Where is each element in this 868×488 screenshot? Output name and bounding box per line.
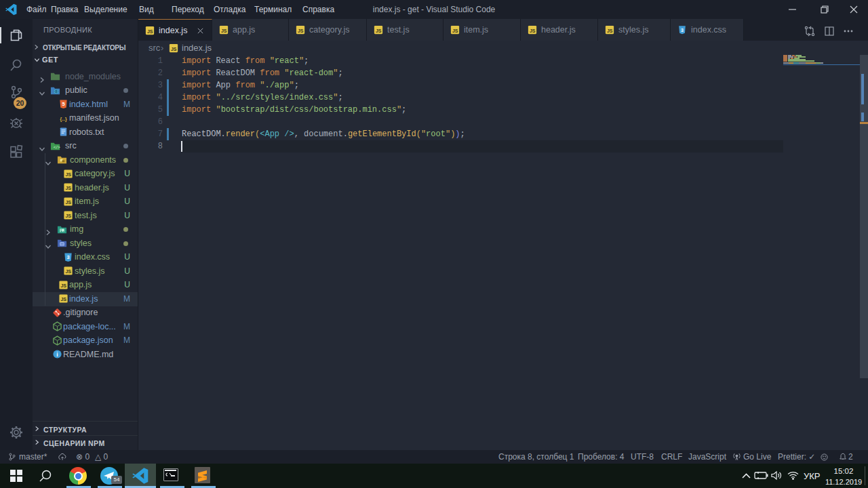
- svg-text:JS: JS: [60, 283, 66, 288]
- svg-text:JS: JS: [452, 28, 458, 33]
- svg-text:JS: JS: [171, 47, 177, 52]
- svg-text:5: 5: [62, 101, 64, 107]
- svg-text:{..}: {..}: [60, 115, 67, 121]
- svg-text:3: 3: [66, 254, 69, 260]
- svg-text:JS: JS: [65, 269, 71, 274]
- svg-text:JS: JS: [530, 28, 536, 33]
- svg-text:JS: JS: [298, 28, 304, 33]
- svg-text:3: 3: [681, 28, 684, 33]
- svg-text:JS: JS: [147, 29, 153, 34]
- svg-text:i: i: [56, 351, 58, 358]
- svg-text:JS: JS: [376, 28, 382, 33]
- svg-text:JS: JS: [65, 200, 71, 205]
- svg-text:JS: JS: [65, 186, 71, 190]
- svg-text:JS: JS: [221, 28, 227, 33]
- svg-text:JS: JS: [60, 297, 66, 302]
- svg-text:JS: JS: [607, 28, 613, 33]
- svg-text:JS: JS: [65, 172, 71, 177]
- svg-text:</>: </>: [54, 145, 60, 149]
- svg-text:JS: JS: [65, 214, 71, 218]
